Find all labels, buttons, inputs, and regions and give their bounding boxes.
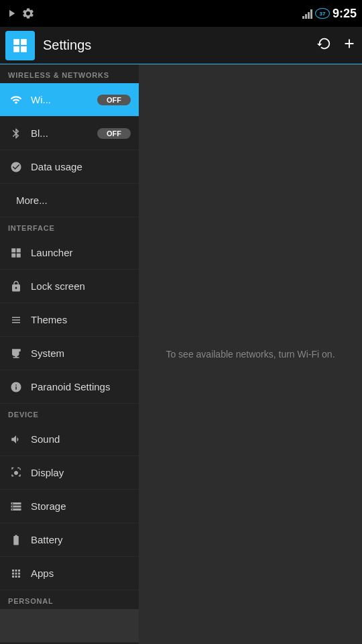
signal-icon [302,8,312,19]
sidebar-item-storage[interactable]: Storage [0,490,139,523]
sidebar-item-display[interactable]: Display [0,456,139,490]
system-icon [8,345,24,362]
sound-icon [8,431,24,447]
sidebar-item-battery[interactable]: Battery [0,523,139,557]
app-bar-actions [316,36,357,54]
wifi-toggle[interactable]: OFF [97,95,131,105]
display-icon [8,465,24,481]
sidebar-item-launcher[interactable]: Launcher [0,236,139,270]
data-usage-icon [8,159,24,175]
battery-label: Battery [31,534,131,545]
paranoid-settings-label: Paranoid Settings [31,381,131,392]
section-header-wireless: WIRELESS & NETWORKS [0,64,139,83]
status-bar-right: 37 9:25 [302,7,357,21]
lock-screen-label: Lock screen [31,280,131,292]
sidebar-item-bluetooth[interactable]: Bl... OFF [0,117,139,150]
play-icon [5,7,17,19]
bluetooth-icon [8,125,24,142]
sidebar-item-paranoid-settings[interactable]: Paranoid Settings [0,370,139,404]
battery-circle-indicator: 37 [315,8,330,19]
apps-icon [8,566,24,582]
status-bar: 37 9:25 [0,0,362,27]
status-bar-left [5,7,35,20]
apps-label: Apps [31,568,131,579]
section-header-interface: INTERFACE [0,217,139,236]
settings-icon [11,37,29,54]
section-header-device: DEVICE [0,404,139,423]
launcher-icon [8,245,24,261]
paranoid-icon [8,379,24,395]
sidebar-item-apps[interactable]: Apps [0,557,139,590]
storage-label: Storage [31,500,131,512]
sound-label: Sound [31,433,131,445]
add-icon[interactable] [342,36,357,54]
refresh-icon[interactable] [316,36,331,54]
sidebar-item-data-usage[interactable]: Data usage [0,150,139,184]
sidebar-item-personal-first[interactable] [0,609,139,643]
more-label: More... [16,195,131,206]
wifi-label: Wi... [31,94,97,105]
settings-app-icon [5,31,35,60]
themes-label: Themes [31,314,131,325]
bluetooth-toggle[interactable]: OFF [97,128,131,139]
sidebar-item-lock-screen[interactable]: Lock screen [0,270,139,303]
lock-screen-icon [8,278,24,294]
launcher-label: Launcher [31,247,131,258]
sidebar-item-more[interactable]: More... [0,184,139,217]
display-label: Display [31,467,131,478]
section-header-personal: PERSONAL [0,590,139,609]
wifi-icon [8,92,24,108]
themes-icon [8,312,24,328]
personal-icon [8,618,24,634]
sidebar: WIRELESS & NETWORKS Wi... OFF Bl... OFF [0,64,139,644]
content-panel: To see available networks, turn Wi-Fi on… [139,64,362,644]
battery-icon [8,532,24,548]
storage-icon [8,498,24,515]
wifi-prompt: To see available networks, turn Wi-Fi on… [152,335,348,373]
gear-icon [21,7,35,20]
sidebar-item-wifi[interactable]: Wi... OFF [0,83,139,117]
time-display: 9:25 [333,7,357,21]
data-usage-label: Data usage [31,161,131,172]
app-bar: Settings [0,27,362,64]
main-layout: WIRELESS & NETWORKS Wi... OFF Bl... OFF [0,64,362,644]
app-title: Settings [43,38,316,53]
system-label: System [31,347,131,359]
sidebar-item-sound[interactable]: Sound [0,423,139,456]
sidebar-item-themes[interactable]: Themes [0,303,139,337]
sidebar-item-system[interactable]: System [0,337,139,370]
bluetooth-label: Bl... [31,127,97,139]
